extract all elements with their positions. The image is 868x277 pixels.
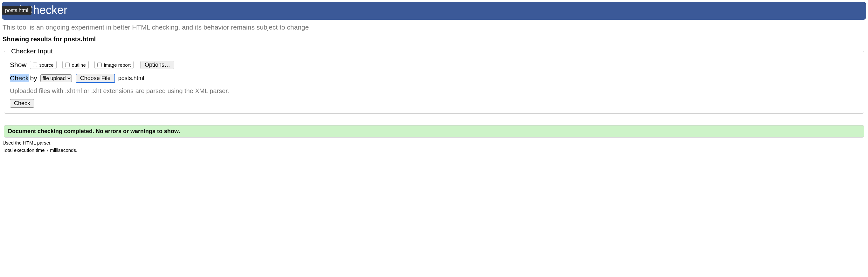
execution-time-info: Total execution time 7 milliseconds. bbox=[3, 147, 867, 153]
check-label: Check bbox=[10, 74, 29, 82]
results-heading-prefix: Showing results for bbox=[3, 36, 64, 42]
outline-checkbox-label: outline bbox=[72, 62, 86, 68]
chosen-filename: posts.html bbox=[118, 75, 144, 82]
show-row: Show source outline image report Options… bbox=[10, 61, 858, 69]
check-by-row: Check by file upload Choose File posts.h… bbox=[10, 74, 858, 83]
page-header: tml Checker bbox=[2, 2, 866, 20]
options-button[interactable]: Options… bbox=[141, 61, 174, 69]
results-heading-filename: posts.html bbox=[64, 36, 96, 42]
results-heading: Showing results for posts.html bbox=[3, 36, 867, 43]
checker-input-fieldset: Checker Input Show source outline image … bbox=[4, 47, 864, 114]
source-checkbox[interactable] bbox=[33, 63, 37, 67]
image-report-checkbox[interactable] bbox=[97, 63, 102, 67]
image-report-checkbox-wrap[interactable]: image report bbox=[94, 61, 133, 69]
image-report-checkbox-label: image report bbox=[104, 62, 131, 68]
page-title: tml Checker bbox=[6, 4, 862, 16]
submit-row: Check bbox=[10, 99, 858, 108]
outline-checkbox-wrap[interactable]: outline bbox=[62, 61, 89, 69]
parser-info: Used the HTML parser. bbox=[3, 140, 867, 145]
check-mode-select[interactable]: file upload bbox=[40, 74, 72, 82]
outline-checkbox[interactable] bbox=[65, 63, 70, 67]
source-checkbox-label: source bbox=[39, 62, 54, 68]
check-button[interactable]: Check bbox=[10, 99, 34, 108]
by-label: by bbox=[30, 74, 37, 82]
browser-tab-label: posts.html bbox=[2, 6, 31, 14]
source-checkbox-wrap[interactable]: source bbox=[30, 61, 57, 69]
xml-parser-note: Uploaded files with .xhtml or .xht exten… bbox=[10, 88, 858, 95]
choose-file-button[interactable]: Choose File bbox=[76, 74, 115, 83]
page-subheading: This tool is an ongoing experiment in be… bbox=[3, 24, 867, 31]
footer-divider bbox=[1, 156, 867, 156]
show-label: Show bbox=[10, 61, 27, 69]
checker-input-legend: Checker Input bbox=[10, 47, 54, 55]
success-message: Document checking completed. No errors o… bbox=[4, 125, 864, 138]
